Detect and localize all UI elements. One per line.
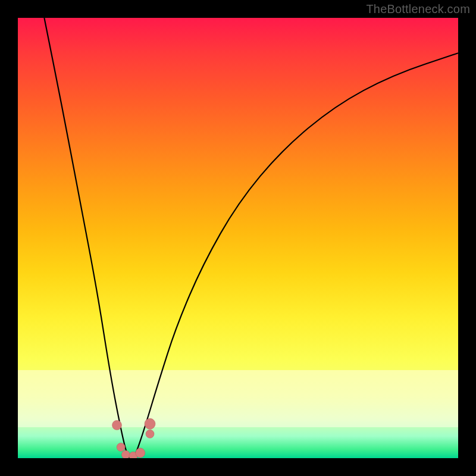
plot-area [18,18,458,458]
outer-frame: TheBottleneck.com [0,0,476,476]
attribution-label: TheBottleneck.com [366,2,470,16]
data-marker [136,448,145,458]
data-marker [112,421,122,430]
data-marker [146,430,154,438]
bottleneck-curve [44,18,458,458]
data-marker [145,418,155,429]
curve-layer [18,18,458,458]
data-marker [117,443,125,452]
data-marker [121,450,130,458]
